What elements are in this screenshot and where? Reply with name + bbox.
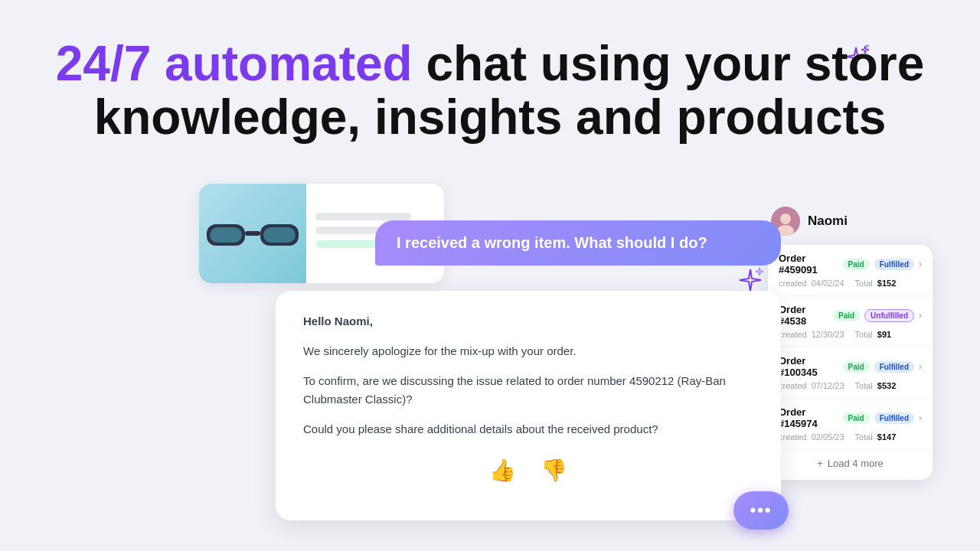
- sparkle-small-icon: [735, 266, 766, 300]
- load-more-button[interactable]: + Load 4 more: [768, 450, 933, 477]
- headline-line1: 24/7 automated chat using your store: [0, 37, 980, 90]
- order-total-label: Total: [855, 381, 873, 390]
- order-number: Order #4538: [779, 304, 828, 327]
- ai-response-card: Hello Naomi, We sincerely apologize for …: [276, 291, 781, 520]
- order-total-label: Total: [855, 432, 873, 442]
- order-row: Order #459091 Paid Fulfilled › created 0…: [768, 245, 933, 296]
- chevron-down-icon[interactable]: ›: [919, 259, 922, 269]
- orders-card: Order #459091 Paid Fulfilled › created 0…: [768, 245, 933, 480]
- svg-rect-3: [245, 231, 260, 236]
- headline-chat-text: chat using your store: [413, 36, 925, 91]
- badge-unfulfilled: Unfulfilled: [864, 309, 914, 322]
- headline-section: 24/7 automated chat using your store kno…: [0, 0, 980, 145]
- order-number: Order #145974: [779, 406, 838, 429]
- badge-paid: Paid: [843, 361, 870, 373]
- ai-response-text: Hello Naomi, We sincerely apologize for …: [303, 312, 753, 439]
- chevron-down-icon[interactable]: ›: [919, 412, 922, 423]
- ai-para1: We sincerely apologize for the mix-up wi…: [303, 342, 753, 361]
- order-created-date: 04/02/24: [812, 279, 844, 288]
- order-top: Order #459091 Paid Fulfilled ›: [779, 253, 922, 276]
- user-message-text: I received a wrong item. What should I d…: [397, 234, 707, 251]
- chat-fab-button[interactable]: •••: [733, 491, 789, 530]
- svg-point-9: [780, 214, 791, 224]
- badge-paid: Paid: [843, 259, 870, 270]
- headline-automated: automated: [165, 36, 413, 91]
- ai-para3: Could you please share additional detail…: [303, 420, 753, 439]
- order-total-label: Total: [855, 279, 873, 288]
- order-created-label: created: [779, 381, 807, 390]
- order-created-label: created: [779, 330, 807, 339]
- order-top: Order #100345 Paid Fulfilled ›: [779, 355, 922, 378]
- order-bottom: created 12/30/23 Total $91: [779, 330, 922, 339]
- chevron-down-icon[interactable]: ›: [919, 361, 922, 372]
- badge-fulfilled: Fulfilled: [874, 259, 914, 270]
- order-created-label: created: [779, 432, 807, 442]
- order-total-label: Total: [855, 330, 873, 339]
- order-total: $91: [877, 330, 891, 339]
- product-image: [199, 184, 306, 283]
- order-bottom: created 04/02/24 Total $152: [779, 279, 922, 288]
- order-row: Order #4538 Paid Unfulfilled › created 1…: [768, 296, 933, 347]
- badge-fulfilled: Fulfilled: [874, 412, 914, 424]
- svg-rect-6: [210, 227, 242, 243]
- headline-247-automated: 24/7: [56, 36, 165, 91]
- load-more-label: Load 4 more: [828, 458, 884, 469]
- thumbs-up-button[interactable]: 👍: [489, 458, 516, 483]
- order-created-date: 12/30/23: [812, 330, 844, 339]
- chevron-down-icon[interactable]: ›: [919, 310, 922, 321]
- order-bottom: created 02/05/23 Total $147: [779, 432, 922, 442]
- thumbs-down-button[interactable]: 👎: [541, 458, 567, 483]
- order-total: $532: [877, 381, 896, 390]
- order-row: Order #100345 Paid Fulfilled › created 0…: [768, 347, 933, 399]
- svg-rect-7: [263, 227, 296, 243]
- user-message-bubble: I received a wrong item. What should I d…: [375, 220, 781, 266]
- user-header: Naomi: [768, 207, 933, 236]
- product-line-1: [315, 213, 411, 220]
- order-number: Order #100345: [779, 355, 838, 378]
- plus-icon: +: [817, 458, 823, 469]
- feedback-row: 👍 👎: [303, 458, 753, 483]
- glasses-image: [207, 210, 299, 256]
- badge-paid: Paid: [833, 310, 860, 321]
- user-name: Naomi: [808, 214, 848, 229]
- ai-para2: To confirm, are we discussing the issue …: [303, 372, 753, 410]
- order-created-date: 07/12/23: [812, 381, 844, 390]
- order-row: Order #145974 Paid Fulfilled › created 0…: [768, 399, 933, 450]
- chat-fab-dots: •••: [750, 500, 772, 520]
- order-created-label: created: [779, 279, 807, 288]
- order-total: $152: [877, 279, 896, 288]
- order-total: $147: [877, 432, 896, 442]
- order-created-date: 02/05/23: [812, 432, 844, 442]
- headline-line2: knowledge, insights and products: [0, 90, 980, 144]
- order-bottom: created 07/12/23 Total $532: [779, 381, 922, 390]
- ai-greeting: Hello Naomi,: [303, 315, 373, 328]
- order-number: Order #459091: [779, 253, 838, 276]
- badge-paid: Paid: [843, 412, 870, 424]
- badge-fulfilled: Fulfilled: [874, 361, 914, 373]
- order-top: Order #4538 Paid Unfulfilled ›: [779, 304, 922, 327]
- order-panel: Naomi Order #459091 Paid Fulfilled › cre…: [768, 207, 933, 480]
- order-top: Order #145974 Paid Fulfilled ›: [779, 406, 922, 429]
